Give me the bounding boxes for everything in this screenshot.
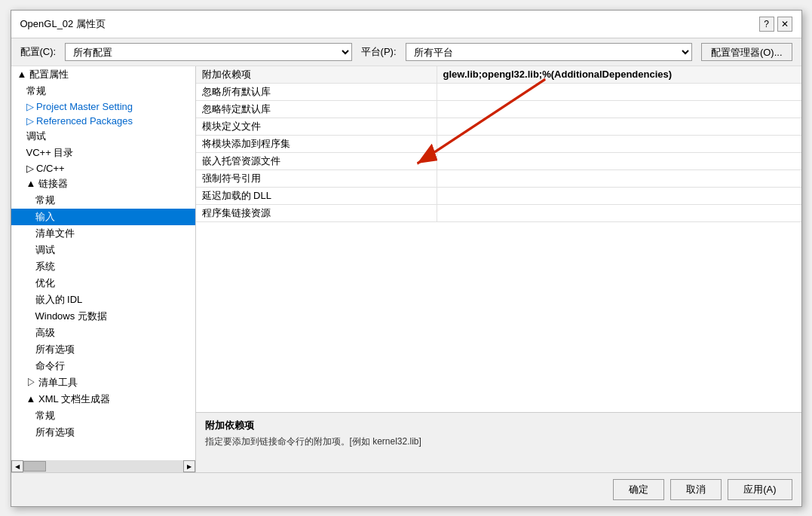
config-label: 配置(C): <box>20 45 57 59</box>
title-bar: OpenGL_02 属性页 ? ✕ <box>11 11 801 38</box>
prop-value <box>437 177 801 180</box>
table-row: 程序集链接资源 <box>196 205 801 222</box>
prop-name: 强制符号引用 <box>196 170 437 187</box>
prop-name: 将模块添加到程序集 <box>196 136 437 152</box>
left-panel: ▲ 配置属性常规▷ Project Master Setting▷ Refere… <box>11 66 196 472</box>
prop-name: 忽略所有默认库 <box>196 84 437 100</box>
config-row: 配置(C): 所有配置 平台(P): 所有平台 配置管理器(O)... <box>11 38 801 66</box>
properties-dialog: OpenGL_02 属性页 ? ✕ 配置(C): 所有配置 平台(P): 所有平… <box>11 10 802 507</box>
prop-value <box>437 212 801 215</box>
prop-value <box>437 142 801 145</box>
close-button[interactable]: ✕ <box>777 17 792 32</box>
prop-value <box>437 90 801 93</box>
tree-item-clean-tool[interactable]: ▷ 清单工具 <box>11 374 195 391</box>
tree-item-xml-gen[interactable]: ▲ XML 文档生成器 <box>11 391 195 408</box>
scroll-track[interactable] <box>23 460 183 472</box>
table-row: 忽略特定默认库 <box>196 101 801 118</box>
title-bar-buttons: ? ✕ <box>759 17 792 32</box>
prop-name: 程序集链接资源 <box>196 205 437 221</box>
config-select[interactable]: 所有配置 <box>65 43 351 61</box>
tree-item-linker-manifest[interactable]: 清单文件 <box>11 225 195 242</box>
description-title: 附加依赖项 <box>205 419 792 432</box>
prop-name: 附加依赖项 <box>196 66 437 83</box>
tree-item-project-master[interactable]: ▷ Project Master Setting <box>11 99 195 114</box>
prop-value[interactable]: glew.lib;opengl32.lib;%(AdditionalDepend… <box>437 67 801 81</box>
description-text: 指定要添加到链接命令行的附加项。[例如 kernel32.lib] <box>205 435 792 448</box>
prop-value <box>437 125 801 128</box>
tree-item-general[interactable]: 常规 <box>11 83 195 99</box>
table-row: 强制符号引用 <box>196 170 801 188</box>
prop-name: 嵌入托管资源文件 <box>196 153 437 169</box>
tree-item-xml-general[interactable]: 常规 <box>11 408 195 424</box>
main-content: ▲ 配置属性常规▷ Project Master Setting▷ Refere… <box>11 66 801 472</box>
tree-item-linker[interactable]: ▲ 链接器 <box>11 176 195 192</box>
prop-value <box>437 160 801 163</box>
tree-item-linker-advanced[interactable]: 高级 <box>11 325 195 341</box>
help-button[interactable]: ? <box>759 17 774 32</box>
prop-rows: 附加依赖项glew.lib;opengl32.lib;%(AdditionalD… <box>196 66 801 222</box>
platform-label: 平台(P): <box>361 45 397 59</box>
config-manager-button[interactable]: 配置管理器(O)... <box>701 43 792 61</box>
table-row: 忽略所有默认库 <box>196 84 801 101</box>
scroll-thumb[interactable] <box>23 461 46 472</box>
property-table: 附加依赖项glew.lib;opengl32.lib;%(AdditionalD… <box>196 66 801 412</box>
tree-item-cpp[interactable]: ▷ C/C++ <box>11 161 195 176</box>
prop-value <box>437 194 801 197</box>
platform-select[interactable]: 所有平台 <box>406 43 692 61</box>
right-panel: 附加依赖项glew.lib;opengl32.lib;%(AdditionalD… <box>196 66 801 472</box>
table-row: 附加依赖项glew.lib;opengl32.lib;%(AdditionalD… <box>196 66 801 84</box>
prop-name: 模块定义文件 <box>196 118 437 135</box>
description-panel: 附加依赖项 指定要添加到链接命令行的附加项。[例如 kernel32.lib] <box>196 412 801 472</box>
bottom-bar: 确定 取消 应用(A) <box>11 472 801 506</box>
horizontal-scrollbar[interactable]: ◀ ▶ <box>11 460 195 472</box>
ok-button[interactable]: 确定 <box>613 479 664 500</box>
prop-name: 延迟加载的 DLL <box>196 188 437 204</box>
tree-item-linker-all[interactable]: 所有选项 <box>11 341 195 358</box>
scroll-left[interactable]: ◀ <box>11 460 23 472</box>
tree-item-linker-debug[interactable]: 调试 <box>11 242 195 258</box>
scroll-right[interactable]: ▶ <box>183 460 195 472</box>
tree-item-referenced-packages[interactable]: ▷ Referenced Packages <box>11 114 195 128</box>
tree-item-linker-windows-meta[interactable]: Windows 元数据 <box>11 308 195 325</box>
tree-item-linker-general[interactable]: 常规 <box>11 192 195 209</box>
prop-name: 忽略特定默认库 <box>196 101 437 118</box>
table-row: 将模块添加到程序集 <box>196 136 801 153</box>
tree-item-linker-input[interactable]: 输入 <box>11 209 195 225</box>
tree-item-linker-embedded-idl[interactable]: 嵌入的 IDL <box>11 292 195 308</box>
tree-item-xml-all[interactable]: 所有选项 <box>11 424 195 441</box>
tree-item-linker-optimize[interactable]: 优化 <box>11 275 195 292</box>
tree-item-debug[interactable]: 调试 <box>11 128 195 145</box>
tree-item-linker-system[interactable]: 系统 <box>11 258 195 275</box>
tree-container: ▲ 配置属性常规▷ Project Master Setting▷ Refere… <box>11 66 195 441</box>
table-row: 嵌入托管资源文件 <box>196 153 801 170</box>
apply-button[interactable]: 应用(A) <box>728 479 792 500</box>
prop-value <box>437 108 801 111</box>
dialog-title: OpenGL_02 属性页 <box>20 17 106 31</box>
table-row: 延迟加载的 DLL <box>196 188 801 205</box>
tree-item-vc-dir[interactable]: VC++ 目录 <box>11 145 195 161</box>
tree-item-config-props[interactable]: ▲ 配置属性 <box>11 66 195 83</box>
cancel-button[interactable]: 取消 <box>670 479 722 500</box>
table-row: 模块定义文件 <box>196 118 801 136</box>
tree-item-linker-cmdline[interactable]: 命令行 <box>11 358 195 374</box>
